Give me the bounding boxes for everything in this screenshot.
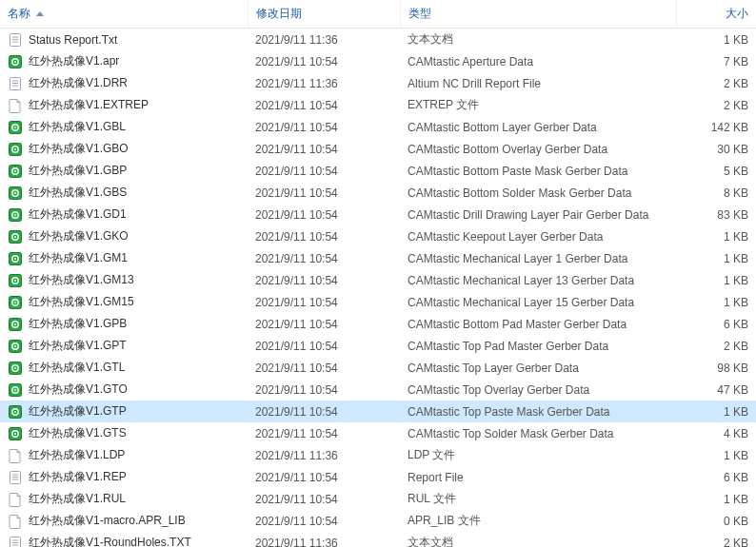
file-name-cell[interactable]: 红外热成像V1.GTS (0, 422, 248, 444)
file-row[interactable]: 红外热成像V1.GBP2021/9/11 10:54CAMtastic Bott… (0, 160, 756, 182)
file-name-cell[interactable]: 红外热成像V1.GTL (0, 357, 248, 379)
file-type: CAMtastic Bottom Layer Gerber Data (400, 116, 676, 138)
camtastic-file-icon (8, 229, 23, 244)
file-name: 红外热成像V1.GTL (29, 361, 125, 374)
file-list-table: 名称 修改日期 类型 大小 Status Report.Txt2021/9/11… (0, 0, 756, 547)
txt-file-icon (8, 536, 23, 548)
file-date: 2021/9/11 10:54 (248, 313, 400, 335)
column-header-date[interactable]: 修改日期 (248, 0, 400, 29)
column-header-size[interactable]: 大小 (676, 0, 756, 29)
file-row[interactable]: 红外热成像V1-RoundHoles.TXT2021/9/11 11:36文本文… (0, 532, 756, 547)
file-type: 文本文档 (400, 29, 676, 51)
file-row[interactable]: 红外热成像V1.EXTREP2021/9/11 10:54EXTREP 文件2 … (0, 94, 756, 116)
file-name: 红外热成像V1.GKO (29, 229, 129, 243)
file-name-cell[interactable]: 红外热成像V1.DRR (0, 72, 248, 94)
file-name-cell[interactable]: 红外热成像V1.GM1 (0, 247, 248, 269)
file-name-cell[interactable]: 红外热成像V1.GBS (0, 182, 248, 204)
file-date: 2021/9/11 10:54 (248, 247, 400, 269)
file-name: 红外热成像V1.apr (29, 54, 119, 68)
file-size: 47 KB (676, 379, 756, 400)
file-name: 红外热成像V1.GBS (29, 186, 127, 199)
file-row[interactable]: 红外热成像V1.GBS2021/9/11 10:54CAMtastic Bott… (0, 182, 756, 204)
file-name: 红外热成像V1.GM1 (29, 251, 128, 264)
file-date: 2021/9/11 10:54 (248, 225, 400, 247)
file-name-cell[interactable]: 红外热成像V1.GBL (0, 116, 248, 138)
txt-file-icon (8, 76, 23, 91)
file-row[interactable]: 红外热成像V1.GPT2021/9/11 10:54CAMtastic Top … (0, 335, 756, 357)
file-row[interactable]: 红外热成像V1-macro.APR_LIB2021/9/11 10:54APR_… (0, 510, 756, 532)
file-type: Report File (400, 466, 676, 488)
file-date: 2021/9/11 10:54 (248, 466, 400, 488)
file-type: CAMtastic Keepout Layer Gerber Data (400, 225, 676, 247)
file-name-cell[interactable]: 红外热成像V1.GTO (0, 379, 248, 400)
file-name: 红外热成像V1-macro.APR_LIB (29, 514, 186, 527)
file-name-cell[interactable]: 红外热成像V1.GBO (0, 138, 248, 160)
file-row[interactable]: 红外热成像V1.REP2021/9/11 10:54Report File6 K… (0, 466, 756, 488)
file-name-cell[interactable]: 红外热成像V1-macro.APR_LIB (0, 510, 248, 532)
file-row[interactable]: 红外热成像V1.RUL2021/9/11 10:54RUL 文件1 KB (0, 488, 756, 510)
file-size: 1 KB (676, 225, 756, 247)
file-row[interactable]: 红外热成像V1.DRR2021/9/11 11:36Altium NC Dril… (0, 72, 756, 94)
file-name-cell[interactable]: 红外热成像V1.EXTREP (0, 94, 248, 116)
file-name-cell[interactable]: 红外热成像V1.GPT (0, 335, 248, 357)
generic-file-icon (8, 514, 23, 529)
file-size: 2 KB (676, 72, 756, 94)
file-size: 2 KB (676, 335, 756, 357)
file-type: CAMtastic Top Solder Mask Gerber Data (400, 422, 676, 444)
file-size: 2 KB (676, 94, 756, 116)
file-row[interactable]: 红外热成像V1.LDP2021/9/11 11:36LDP 文件1 KB (0, 444, 756, 466)
file-size: 4 KB (676, 422, 756, 444)
column-header-type[interactable]: 类型 (400, 0, 676, 29)
column-header-row: 名称 修改日期 类型 大小 (0, 0, 756, 29)
file-date: 2021/9/11 10:54 (248, 182, 400, 204)
camtastic-file-icon (8, 426, 23, 441)
file-name-cell[interactable]: 红外热成像V1.GKO (0, 225, 248, 247)
column-header-name[interactable]: 名称 (0, 0, 248, 29)
file-name-cell[interactable]: 红外热成像V1.GBP (0, 160, 248, 182)
file-type: CAMtastic Top Paste Mask Gerber Data (400, 400, 676, 422)
file-name-cell[interactable]: 红外热成像V1.GM13 (0, 269, 248, 291)
file-date: 2021/9/11 11:36 (248, 29, 400, 51)
file-date: 2021/9/11 10:54 (248, 116, 400, 138)
file-name-cell[interactable]: 红外热成像V1.GD1 (0, 204, 248, 225)
file-type: EXTREP 文件 (400, 94, 676, 116)
file-row[interactable]: 红外热成像V1.GPB2021/9/11 10:54CAMtastic Bott… (0, 313, 756, 335)
file-date: 2021/9/11 10:54 (248, 291, 400, 313)
camtastic-file-icon (8, 404, 23, 420)
file-row[interactable]: 红外热成像V1.GTP2021/9/11 10:54CAMtastic Top … (0, 400, 756, 422)
file-row[interactable]: 红外热成像V1.GD12021/9/11 10:54CAMtastic Dril… (0, 204, 756, 225)
file-name-cell[interactable]: 红外热成像V1.LDP (0, 444, 248, 466)
camtastic-file-icon (8, 339, 23, 354)
file-row[interactable]: 红外热成像V1.apr2021/9/11 10:54CAMtastic Aper… (0, 50, 756, 72)
file-row[interactable]: 红外热成像V1.GBO2021/9/11 10:54CAMtastic Bott… (0, 138, 756, 160)
file-row[interactable]: 红外热成像V1.GTS2021/9/11 10:54CAMtastic Top … (0, 422, 756, 444)
file-name-cell[interactable]: 红外热成像V1.RUL (0, 488, 248, 510)
file-size: 1 KB (676, 444, 756, 466)
file-name-cell[interactable]: 红外热成像V1.GM15 (0, 291, 248, 313)
file-date: 2021/9/11 10:54 (248, 357, 400, 379)
file-date: 2021/9/11 10:54 (248, 510, 400, 532)
file-row[interactable]: 红外热成像V1.GTO2021/9/11 10:54CAMtastic Top … (0, 379, 756, 400)
file-type: CAMtastic Mechanical Layer 15 Gerber Dat… (400, 291, 676, 313)
file-name-cell[interactable]: Status Report.Txt (0, 29, 248, 51)
file-name-cell[interactable]: 红外热成像V1.apr (0, 50, 248, 72)
txt-file-icon (8, 470, 23, 485)
file-size: 2 KB (676, 532, 756, 547)
file-name-cell[interactable]: 红外热成像V1.REP (0, 466, 248, 488)
file-type: CAMtastic Bottom Overlay Gerber Data (400, 138, 676, 160)
camtastic-file-icon (8, 207, 23, 223)
file-row[interactable]: 红外热成像V1.GM152021/9/11 10:54CAMtastic Mec… (0, 291, 756, 313)
file-row[interactable]: Status Report.Txt2021/9/11 11:36文本文档1 KB (0, 29, 756, 51)
file-size: 1 KB (676, 291, 756, 313)
file-row[interactable]: 红外热成像V1.GBL2021/9/11 10:54CAMtastic Bott… (0, 116, 756, 138)
file-row[interactable]: 红外热成像V1.GM12021/9/11 10:54CAMtastic Mech… (0, 247, 756, 269)
file-name-cell[interactable]: 红外热成像V1-RoundHoles.TXT (0, 532, 248, 547)
file-row[interactable]: 红外热成像V1.GTL2021/9/11 10:54CAMtastic Top … (0, 357, 756, 379)
file-name: 红外热成像V1.GPB (29, 317, 127, 330)
file-row[interactable]: 红外热成像V1.GM132021/9/11 10:54CAMtastic Mec… (0, 269, 756, 291)
file-row[interactable]: 红外热成像V1.GKO2021/9/11 10:54CAMtastic Keep… (0, 225, 756, 247)
file-date: 2021/9/11 10:54 (248, 50, 400, 72)
file-name-cell[interactable]: 红外热成像V1.GTP (0, 400, 248, 422)
file-type: CAMtastic Bottom Solder Mask Gerber Data (400, 182, 676, 204)
file-name-cell[interactable]: 红外热成像V1.GPB (0, 313, 248, 335)
